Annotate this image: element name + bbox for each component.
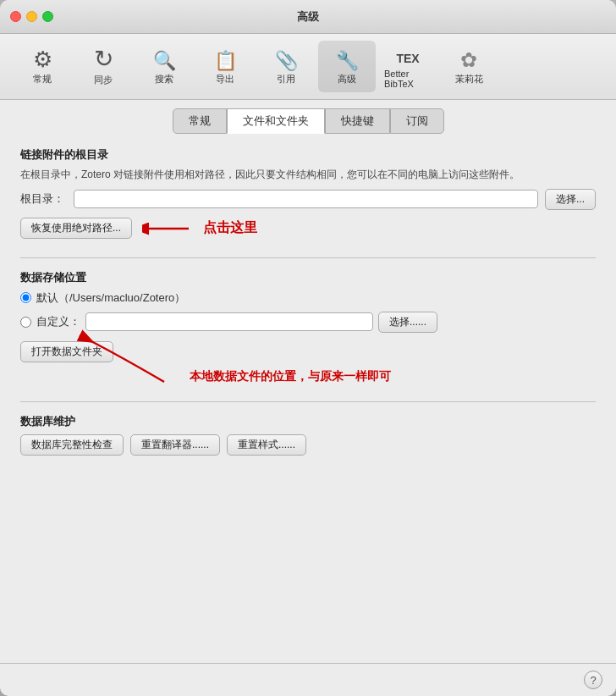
choose-root-dir-button[interactable]: 选择... xyxy=(545,189,596,210)
toolbar-item-bibtex[interactable]: Better BibTeX xyxy=(379,41,437,92)
traffic-lights xyxy=(10,11,53,22)
gear-icon xyxy=(33,48,52,70)
root-dir-input[interactable] xyxy=(74,190,538,208)
cite-icon xyxy=(275,48,298,70)
toolbar-label-advanced: 高级 xyxy=(338,73,356,86)
choose-custom-storage-button[interactable]: 选择...... xyxy=(378,312,437,333)
custom-storage-radio[interactable] xyxy=(20,317,31,328)
reset-styles-button[interactable]: 重置样式...... xyxy=(227,434,306,456)
arrow-annotation-1 xyxy=(142,217,193,240)
divider-2 xyxy=(20,401,596,402)
tab-feeds[interactable]: 订阅 xyxy=(390,108,444,134)
tab-shortcuts[interactable]: 快捷键 xyxy=(325,108,390,134)
annotation-local-data: 本地数据文件的位置，与原来一样即可 xyxy=(190,369,596,384)
tabs-bar: 常规 文件和文件夹 快捷键 订阅 xyxy=(0,100,616,134)
data-storage-section: 数据存储位置 默认（/Users/macluo/Zotero） 自定义： 选择.… xyxy=(20,270,596,384)
linked-attachments-desc: 在根目录中，Zotero 对链接附件使用相对路径，因此只要文件结构相同，您可以在… xyxy=(20,168,596,182)
toolbar-label-sync: 同步 xyxy=(94,74,113,86)
toolbar-label-export: 导出 xyxy=(216,73,234,86)
toolbar-item-cite[interactable]: 引用 xyxy=(257,41,315,92)
toolbar-item-sync[interactable]: 同步 xyxy=(74,41,132,92)
minimize-button[interactable] xyxy=(26,11,37,22)
toolbar-label-bibtex: Better BibTeX xyxy=(384,69,432,89)
bibtex-icon xyxy=(396,44,419,66)
toolbar: 常规 同步 搜索 导出 引用 高级 Better BibTeX 茉莉花 xyxy=(0,34,616,100)
toolbar-label-search: 搜索 xyxy=(155,73,173,86)
toolbar-item-search[interactable]: 搜索 xyxy=(135,41,193,92)
db-maintenance-section: 数据库维护 数据库完整性检查 重置翻译器...... 重置样式...... xyxy=(20,414,596,456)
arrow-annotation-2 xyxy=(63,327,181,386)
divider-1 xyxy=(20,257,596,258)
titlebar: 高级 xyxy=(0,0,616,34)
default-storage-radio[interactable] xyxy=(20,292,31,303)
root-dir-label: 根目录： xyxy=(20,191,67,207)
toolbar-label-general: 常规 xyxy=(33,73,52,86)
search-icon xyxy=(153,48,176,70)
bottom-bar: ? xyxy=(0,663,616,696)
toolbar-item-advanced[interactable]: 高级 xyxy=(318,41,376,92)
restore-absolute-path-button[interactable]: 恢复使用绝对路径... xyxy=(20,218,132,239)
help-button[interactable]: ? xyxy=(584,671,602,689)
default-storage-label[interactable]: 默认（/Users/macluo/Zotero） xyxy=(36,290,185,306)
advanced-icon xyxy=(336,48,359,70)
reset-translators-button[interactable]: 重置翻译器...... xyxy=(130,434,220,456)
content-wrapper: 链接附件的根目录 在根目录中，Zotero 对链接附件使用相对路径，因此只要文件… xyxy=(20,147,596,456)
main-content: 链接附件的根目录 在根目录中，Zotero 对链接附件使用相对路径，因此只要文件… xyxy=(0,134,616,663)
tab-files[interactable]: 文件和文件夹 xyxy=(227,108,325,134)
flower-icon xyxy=(460,48,477,70)
export-icon xyxy=(214,48,237,70)
data-storage-title: 数据存储位置 xyxy=(20,270,596,285)
default-storage-row: 默认（/Users/macluo/Zotero） xyxy=(20,290,596,306)
linked-attachments-title: 链接附件的根目录 xyxy=(20,147,596,163)
main-window: 高级 常规 同步 搜索 导出 引用 高级 Better BibTeX xyxy=(0,0,616,696)
sync-icon xyxy=(94,47,113,71)
window-title: 高级 xyxy=(297,9,319,25)
toolbar-item-export[interactable]: 导出 xyxy=(196,41,254,92)
toolbar-item-general[interactable]: 常规 xyxy=(14,41,71,92)
db-maintenance-title: 数据库维护 xyxy=(20,414,596,429)
toolbar-label-cite: 引用 xyxy=(277,73,295,86)
linked-attachments-section: 链接附件的根目录 在根目录中，Zotero 对链接附件使用相对路径，因此只要文件… xyxy=(20,147,596,240)
integrity-check-button[interactable]: 数据库完整性检查 xyxy=(20,434,124,456)
toolbar-item-flower[interactable]: 茉莉花 xyxy=(440,41,498,92)
toolbar-label-flower: 茉莉花 xyxy=(455,73,483,86)
root-dir-row: 根目录： 选择... xyxy=(20,189,596,210)
tab-general[interactable]: 常规 xyxy=(173,108,227,134)
maximize-button[interactable] xyxy=(42,11,53,22)
annotation-click-here: 点击这里 xyxy=(203,219,257,237)
close-button[interactable] xyxy=(10,11,21,22)
